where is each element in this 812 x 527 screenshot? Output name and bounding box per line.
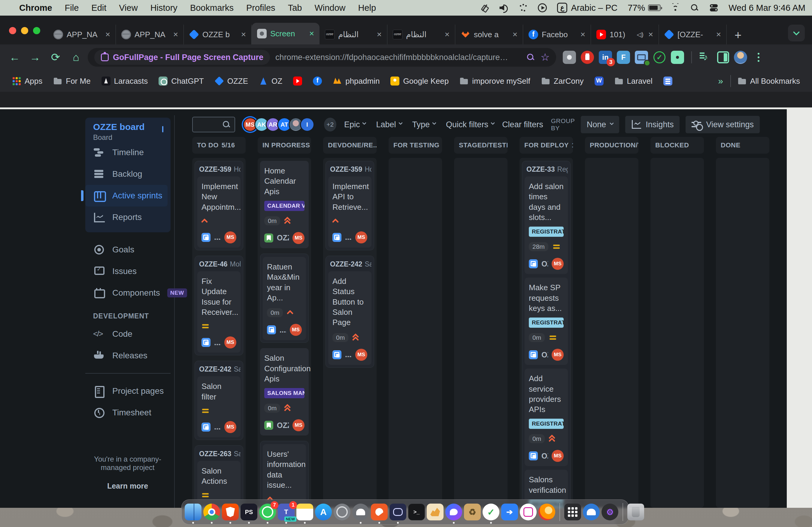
bluetooth-icon[interactable] — [480, 3, 489, 12]
clear-filters-button[interactable]: Clear filters — [502, 120, 543, 129]
extension-page-chip[interactable]: GoFullPage - Full Page Screen Capture — [94, 50, 270, 65]
forward-button[interactable]: → — [26, 49, 44, 66]
tab-close-icon[interactable]: × — [104, 30, 112, 39]
issue-card[interactable]: Add salon times days and slots...REGISTR… — [525, 177, 568, 274]
dock-item-appstore[interactable] — [315, 503, 332, 521]
browser-tab-8[interactable]: Facebo× — [523, 25, 591, 44]
bookmark-youtube[interactable] — [289, 75, 306, 87]
bookmark-list-blue[interactable] — [659, 75, 677, 87]
dock-item-tinkerwell[interactable] — [390, 503, 406, 521]
sidebar-item-active-sprints[interactable]: Active sprints — [85, 185, 168, 207]
browser-menu-icon[interactable] — [752, 51, 765, 64]
bookmark-apps[interactable]: Apps — [8, 75, 46, 88]
column-header[interactable]: FOR TESTING — [389, 137, 442, 154]
dock-item-share[interactable] — [501, 503, 518, 521]
issue-card[interactable]: Implement New Appointm......ZE-370MS — [197, 177, 241, 247]
dock-item-terminal[interactable] — [408, 503, 425, 521]
group-by-dropdown[interactable]: None — [581, 116, 620, 133]
wifi-icon[interactable] — [671, 3, 680, 12]
learn-more-link[interactable]: Learn more — [81, 482, 174, 491]
dock-item-launchpad[interactable] — [564, 503, 581, 521]
spotlight-icon[interactable] — [690, 3, 699, 12]
screenshot-extension-icon[interactable] — [563, 51, 576, 64]
issue-card[interactable]: Make SP requests keys as...REGISTRATION … — [525, 277, 568, 365]
issue-card[interactable]: Salon Configuration ApisSALONS MANAGE...… — [260, 348, 309, 435]
dock-item-phpstorm[interactable] — [241, 503, 257, 521]
menu-item-tab[interactable]: Tab — [288, 3, 302, 13]
browser-tab-1[interactable]: APP_NA× — [48, 25, 116, 44]
column-header[interactable]: TO DO5/16 — [192, 137, 246, 154]
browser-tab-6[interactable]: النظام× — [387, 25, 455, 44]
dock-item-mamppro[interactable] — [583, 503, 600, 521]
sidebar-item-code[interactable]: Code — [85, 323, 171, 345]
sidebar-item-reports[interactable]: Reports — [85, 207, 168, 228]
bookmark-oz[interactable]: OZ — [255, 75, 287, 88]
volume-icon[interactable] — [499, 3, 508, 12]
extensions-puzzle-icon[interactable] — [671, 51, 684, 64]
tab-audio-icon[interactable]: ◁) — [637, 31, 643, 38]
back-button[interactable]: ← — [6, 49, 24, 66]
view-settings-button[interactable]: View settings — [685, 116, 760, 133]
close-window-button[interactable] — [9, 27, 16, 34]
sidebar-item-project-pages[interactable]: Project pages — [85, 380, 171, 402]
filter-epic[interactable]: Epic — [344, 120, 366, 129]
dock-item-recycle[interactable] — [464, 503, 481, 521]
cleaner-extension-icon[interactable] — [581, 51, 594, 64]
menu-app-name[interactable]: Chrome — [19, 3, 52, 13]
reload-button[interactable]: ⟳ — [47, 49, 64, 66]
column-header[interactable]: IN PROGRESS4/29 — [258, 137, 311, 154]
tab-close-icon[interactable]: × — [579, 30, 586, 39]
all-bookmarks-button[interactable]: All Bookmarks — [733, 75, 804, 88]
tab-close-icon[interactable]: × — [647, 30, 654, 39]
radio-extension-icon[interactable] — [635, 51, 648, 64]
menu-item-edit[interactable]: Edit — [91, 3, 106, 13]
sidebar-item-issues[interactable]: Issues — [85, 260, 171, 282]
play-circle-icon[interactable] — [538, 3, 547, 12]
menu-item-file[interactable]: File — [65, 3, 79, 13]
tab-close-icon[interactable]: × — [376, 30, 383, 39]
tab-close-icon[interactable]: × — [511, 30, 519, 39]
home-button[interactable]: ⌂ — [67, 49, 85, 66]
dock-item-instagram[interactable] — [520, 503, 537, 521]
browser-tab-9[interactable]: 101)◁)× — [591, 25, 659, 44]
checker-extension-icon[interactable] — [653, 51, 666, 64]
browser-tab-10[interactable]: [OZZE-× — [659, 25, 727, 44]
bookmark-zarcony[interactable]: ZarCony — [537, 75, 588, 88]
address-bar[interactable]: GoFullPage - Full Page Screen Capture ch… — [88, 48, 556, 66]
tab-close-icon[interactable]: × — [715, 30, 722, 39]
epic-group-header[interactable]: OZZE-359Home C... — [197, 164, 241, 177]
dock-item-hat[interactable] — [601, 503, 618, 521]
epic-group-header[interactable]: OZZE-46Mobile we... — [197, 259, 241, 271]
bookmark-imporove-myself[interactable]: imporove mySelf — [455, 75, 535, 88]
filter-quick-filters[interactable]: Quick filters — [446, 120, 494, 129]
assignee-avatar[interactable]: MS — [224, 421, 236, 433]
column-header[interactable]: DEVDONE/RE...2/8 — [323, 137, 377, 154]
bookmark-facebook[interactable] — [309, 75, 326, 87]
bookmark-for-me[interactable]: For Me — [49, 75, 95, 88]
sidebar-item-components[interactable]: ComponentsNEW — [85, 282, 171, 304]
board-collapse-chevron[interactable] — [162, 126, 163, 132]
assignee-avatar[interactable]: MS — [355, 231, 367, 243]
issue-card[interactable]: Ratuen Max&Min year in Ap...0m...ZE-372M… — [263, 257, 306, 340]
bookmarks-overflow-chevrons[interactable]: » — [713, 76, 728, 86]
minimize-window-button[interactable] — [21, 27, 28, 34]
dock-item-messenger[interactable] — [445, 503, 462, 521]
dock-item-whatsapp[interactable]: 7 — [259, 503, 276, 521]
filter-label[interactable]: Label — [376, 120, 402, 129]
dock-item-check[interactable] — [482, 503, 499, 521]
avatar-I[interactable]: I — [300, 117, 315, 132]
issue-card[interactable]: Users' information data issue......ZE-37… — [263, 444, 306, 508]
bookmark-star-icon[interactable] — [540, 53, 550, 62]
assignee-avatar[interactable]: MS — [292, 419, 304, 431]
assignee-avatar[interactable]: MS — [552, 258, 564, 270]
tab-search-chevron[interactable] — [788, 25, 805, 41]
assignee-avatar[interactable]: MS — [292, 232, 304, 244]
epic-group-header[interactable]: OZZE-242Salon Co... — [197, 364, 241, 376]
column-header[interactable]: FOR DEPLOY11/89 — [520, 137, 573, 154]
bookmark-chatgpt[interactable]: ChatGPT — [154, 75, 208, 88]
sidebar-item-backlog[interactable]: Backlog — [85, 163, 168, 185]
browser-tab-7[interactable]: solve a× — [455, 25, 523, 44]
board-search-input[interactable] — [192, 117, 235, 132]
tab-close-icon[interactable]: × — [240, 30, 247, 39]
dock-item-finder[interactable] — [185, 503, 202, 521]
